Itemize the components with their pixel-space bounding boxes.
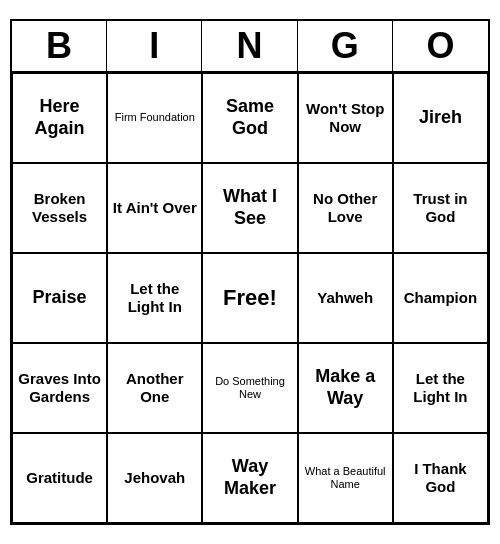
- header-letter: O: [393, 21, 488, 71]
- bingo-cell: Yahweh: [298, 253, 393, 343]
- header-letter: N: [202, 21, 297, 71]
- bingo-cell: Make a Way: [298, 343, 393, 433]
- bingo-cell: Way Maker: [202, 433, 297, 523]
- bingo-cell: Broken Vessels: [12, 163, 107, 253]
- bingo-cell: Champion: [393, 253, 488, 343]
- bingo-cell: Praise: [12, 253, 107, 343]
- header-letter: B: [12, 21, 107, 71]
- bingo-cell: Jireh: [393, 73, 488, 163]
- bingo-cell: What a Beautiful Name: [298, 433, 393, 523]
- header-letter: I: [107, 21, 202, 71]
- bingo-cell: Do Something New: [202, 343, 297, 433]
- bingo-cell: Graves Into Gardens: [12, 343, 107, 433]
- bingo-cell: Firm Foundation: [107, 73, 202, 163]
- bingo-cell: Gratitude: [12, 433, 107, 523]
- bingo-header: BINGO: [12, 21, 488, 73]
- bingo-cell: Jehovah: [107, 433, 202, 523]
- bingo-card: BINGO Here AgainFirm FoundationSame GodW…: [10, 19, 490, 525]
- bingo-cell: Let the Light In: [393, 343, 488, 433]
- header-letter: G: [298, 21, 393, 71]
- bingo-cell: Another One: [107, 343, 202, 433]
- bingo-cell: Same God: [202, 73, 297, 163]
- bingo-cell: Free!: [202, 253, 297, 343]
- bingo-cell: Won't Stop Now: [298, 73, 393, 163]
- bingo-cell: No Other Love: [298, 163, 393, 253]
- bingo-cell: Trust in God: [393, 163, 488, 253]
- bingo-cell: Let the Light In: [107, 253, 202, 343]
- bingo-grid: Here AgainFirm FoundationSame GodWon't S…: [12, 73, 488, 523]
- bingo-cell: It Ain't Over: [107, 163, 202, 253]
- bingo-cell: What I See: [202, 163, 297, 253]
- bingo-cell: I Thank God: [393, 433, 488, 523]
- bingo-cell: Here Again: [12, 73, 107, 163]
